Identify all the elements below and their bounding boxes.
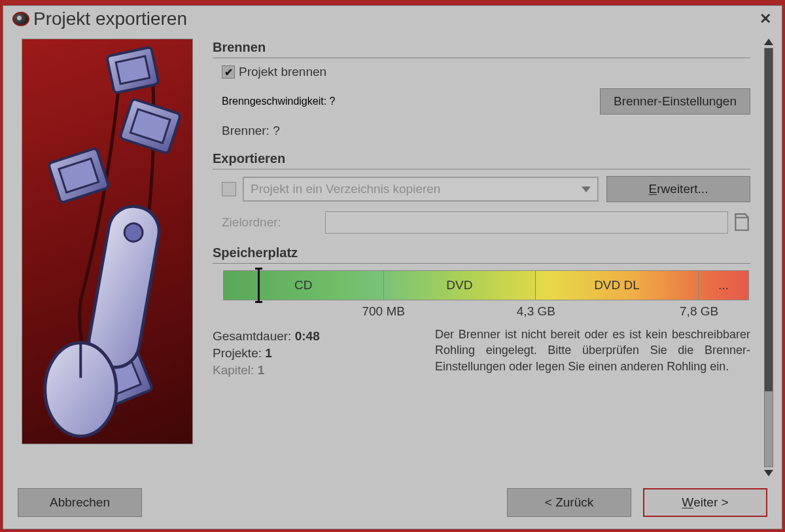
divider (213, 263, 750, 264)
divider (213, 169, 750, 169)
storage-capacity-bar: CD DVD DVD DL ... (223, 270, 749, 300)
burner-warning-text: Der Brenner ist nicht bereit oder es ist… (435, 327, 750, 380)
storage-scale-labels: 700 MB 4,3 GB 7,8 GB (223, 304, 749, 320)
dialog-title: Projekt exportieren (33, 9, 756, 29)
export-mode-dropdown[interactable]: Projekt in ein Verzeichnis kopieren (243, 177, 599, 202)
cancel-button[interactable]: Abbrechen (18, 488, 142, 517)
export-copy-checkbox[interactable] (222, 182, 236, 196)
summary-stats: Gesamtdauer: 0:48 Projekte: 1 Kapitel: 1 (213, 327, 435, 380)
next-button[interactable]: Weiter > (643, 488, 767, 517)
svg-rect-1 (116, 56, 150, 84)
dropdown-label: Projekt in ein Verzeichnis kopieren (251, 182, 582, 196)
wizard-illustration (22, 39, 193, 444)
scroll-thumb[interactable] (765, 48, 773, 391)
scroll-down-icon[interactable] (764, 470, 773, 476)
advanced-button[interactable]: Erweitert... (606, 176, 750, 202)
burn-project-label: Projekt brennen (239, 65, 326, 79)
burner-settings-button[interactable]: Brenner-Einstellungen (600, 88, 750, 115)
burn-speed-label: Brenngeschwindigkeit: ? (222, 96, 335, 107)
vertical-scrollbar[interactable] (762, 39, 775, 476)
divider (213, 58, 750, 58)
app-icon (12, 12, 29, 26)
storage-seg-dvddl: DVD DL (536, 271, 699, 300)
chevron-down-icon (582, 186, 591, 192)
storage-seg-dvd: DVD (384, 271, 536, 300)
storage-seg-more: ... (699, 271, 748, 300)
back-button[interactable]: < Zurück (507, 488, 631, 517)
wizard-footer: Abbrechen < Zurück Weiter > (3, 476, 782, 529)
storage-seg-cd: CD (224, 271, 384, 300)
content-area: Brennen Projekt brennen Brenngeschwindig… (213, 39, 762, 476)
target-folder-input[interactable] (325, 211, 728, 234)
export-dialog: Projekt exportieren ✕ (3, 5, 782, 529)
section-heading-export: Exportieren (213, 151, 750, 166)
section-heading-storage: Speicherplatz (213, 245, 750, 260)
browse-folder-icon[interactable] (733, 213, 750, 232)
titlebar: Projekt exportieren ✕ (3, 6, 782, 33)
close-icon[interactable]: ✕ (756, 9, 775, 29)
scroll-up-icon[interactable] (764, 39, 773, 45)
burner-label: Brenner: ? (222, 124, 280, 138)
section-heading-burn: Brennen (213, 40, 750, 55)
scroll-track[interactable] (764, 48, 773, 467)
burn-project-checkbox[interactable] (222, 65, 235, 79)
target-folder-label: Zielordner: (222, 215, 320, 230)
storage-usage-indicator (258, 269, 260, 302)
